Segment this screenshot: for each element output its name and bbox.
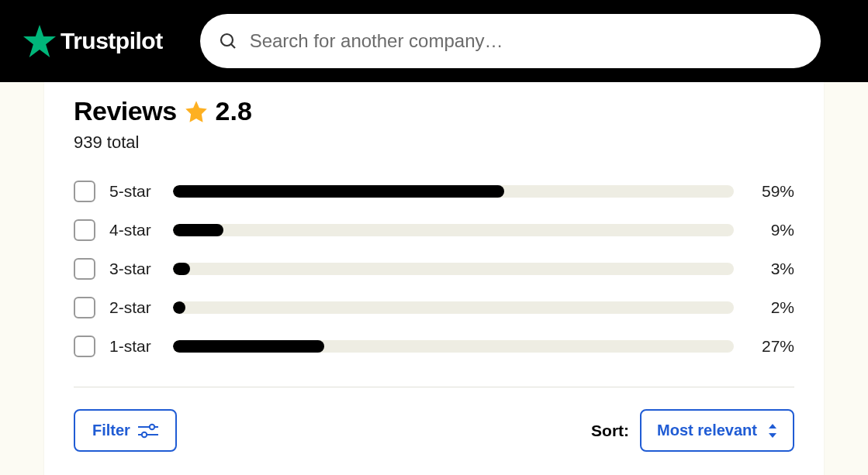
star-label: 5-star — [109, 182, 159, 201]
bar-fill — [173, 224, 223, 236]
star-label: 1-star — [109, 337, 159, 356]
divider — [74, 387, 794, 387]
trustpilot-star-icon — [23, 25, 56, 57]
filter-button[interactable]: Filter — [74, 409, 177, 452]
percent-3-star: 3% — [748, 260, 794, 278]
star-label: 2-star — [109, 298, 159, 317]
reviews-header: Reviews 2.8 — [74, 96, 794, 126]
bar-fill — [173, 263, 190, 275]
filter-icon — [138, 423, 158, 439]
filter-label: Filter — [92, 422, 130, 439]
checkbox-5-star[interactable] — [74, 181, 95, 202]
checkbox-4-star[interactable] — [74, 219, 95, 241]
rating-value: 2.8 — [216, 96, 252, 126]
rating-row-3[interactable]: 3-star 3% — [74, 258, 794, 280]
svg-line-1 — [231, 44, 235, 48]
search-icon — [219, 32, 237, 50]
sort-arrows-icon — [768, 424, 777, 438]
svg-point-5 — [142, 432, 147, 436]
total-reviews: 939 total — [74, 133, 794, 153]
brand-name: Trustpilot — [61, 28, 163, 54]
brand-logo[interactable]: Trustpilot — [23, 25, 163, 57]
percent-1-star: 27% — [748, 337, 794, 356]
rating-row-2[interactable]: 2-star 2% — [74, 297, 794, 318]
sort-button[interactable]: Most relevant — [640, 409, 794, 452]
percent-4-star: 9% — [748, 221, 794, 239]
bar-fill — [173, 340, 324, 353]
rating-row-1[interactable]: 1-star 27% — [74, 336, 794, 357]
bar-4-star — [173, 224, 734, 236]
reviews-title: Reviews — [74, 96, 177, 126]
sort-group: Sort: Most relevant — [591, 409, 794, 452]
reviews-card: Reviews 2.8 939 total 5-star 59% 4-star … — [44, 82, 824, 475]
bar-5-star — [173, 185, 734, 198]
percent-5-star: 59% — [748, 182, 794, 201]
percent-2-star: 2% — [748, 298, 794, 317]
svg-point-3 — [150, 424, 154, 429]
sort-label: Sort: — [591, 422, 629, 440]
star-icon — [185, 100, 208, 123]
site-header: Trustpilot — [0, 0, 868, 82]
checkbox-2-star[interactable] — [74, 297, 95, 318]
rating-distribution: 5-star 59% 4-star 9% 3-star 3% 2-star 2%… — [74, 181, 794, 357]
controls-row: Filter Sort: Most relevant — [74, 409, 794, 452]
checkbox-1-star[interactable] — [74, 336, 95, 357]
bar-fill — [173, 185, 504, 198]
checkbox-3-star[interactable] — [74, 258, 95, 280]
svg-point-0 — [221, 34, 233, 46]
star-label: 3-star — [109, 260, 159, 278]
bar-2-star — [173, 301, 734, 314]
star-label: 4-star — [109, 221, 159, 239]
sort-value: Most relevant — [657, 422, 757, 439]
bar-3-star — [173, 263, 734, 275]
search-input[interactable] — [250, 30, 802, 52]
search-container — [200, 14, 821, 68]
bar-1-star — [173, 340, 734, 353]
search-box[interactable] — [200, 14, 821, 68]
bar-fill — [173, 301, 185, 314]
rating-row-5[interactable]: 5-star 59% — [74, 181, 794, 202]
rating-row-4[interactable]: 4-star 9% — [74, 219, 794, 241]
